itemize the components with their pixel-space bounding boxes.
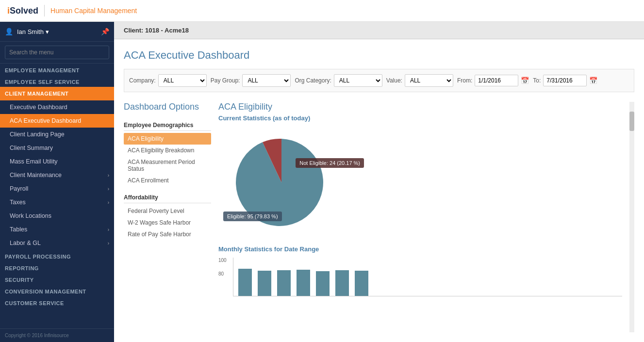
options-item-aca-enrollment[interactable]: ACA Enrollment — [124, 175, 211, 186]
sidebar-item-payroll[interactable]: Payroll› — [0, 182, 114, 195]
company-label: Company: — [129, 77, 156, 84]
sidebar-item-client-landing-page[interactable]: Client Landing Page — [0, 128, 114, 141]
options-panel: Dashboard Options Employee Demographics … — [124, 102, 211, 332]
bar-jun — [335, 270, 349, 296]
to-date-input[interactable] — [543, 75, 587, 86]
options-item-aca-eligibility[interactable]: ACA Eligibility — [124, 133, 211, 145]
org-category-label: Org Category: — [295, 77, 331, 84]
from-date-input[interactable] — [475, 75, 518, 86]
dashboard-body: Dashboard Options Employee Demographics … — [124, 102, 634, 332]
current-stats-label: Current Statistics (as of today) — [218, 114, 622, 122]
chevron-right-icon-2: › — [108, 186, 109, 192]
sidebar-section-payroll-processing[interactable]: PAYROLL PROCESSING — [0, 250, 114, 261]
value-label: Value: — [386, 77, 402, 84]
pie-chart-container: Eligible: 95 (79.83 %) Not Eligible: 24 … — [218, 129, 364, 236]
bar-feb — [258, 271, 271, 296]
chevron-right-icon-5: › — [108, 241, 109, 246]
org-category-filter-group: Org Category: ALL — [295, 74, 382, 87]
value-filter-group: Value: ALL — [386, 74, 453, 87]
bar-jan — [238, 269, 252, 296]
sidebar-item-mass-email-utility[interactable]: Mass Email Utility — [0, 155, 114, 168]
logo-divider — [44, 5, 45, 16]
from-filter-group: From: 📅 — [457, 75, 529, 86]
user-name: Ian Smith ▾ — [17, 28, 49, 35]
pay-group-select[interactable]: ALL — [242, 74, 291, 87]
bar-apr — [297, 270, 310, 296]
affordability-section: Affordability Federal Poverty Level W-2 … — [124, 192, 211, 240]
company-filter-group: Company: ALL — [129, 74, 207, 87]
content-area: ACA Executive Dashboard Company: ALL Pay… — [114, 39, 644, 342]
search-input[interactable] — [5, 46, 109, 59]
logo: iSolved — [7, 6, 38, 16]
pay-group-label: Pay Group: — [211, 77, 240, 84]
copyright: Copyright © 2016 Infinisource — [0, 328, 114, 342]
from-calendar-icon[interactable]: 📅 — [521, 77, 529, 84]
scrollbar[interactable] — [629, 102, 634, 332]
sidebar-section-employee-self-service[interactable]: EMPLOYEE SELF SERVICE — [0, 75, 114, 87]
app-name: Human Capital Management — [50, 7, 137, 15]
sidebar-item-taxes[interactable]: Taxes› — [0, 195, 114, 209]
user-bar[interactable]: 👤 Ian Smith ▾ 📌 — [0, 22, 114, 42]
logo-bar: iSolved Human Capital Management — [0, 0, 644, 22]
eligibility-panel: ACA Eligibility Current Statistics (as o… — [218, 102, 622, 332]
not-eligible-label: Not Eligible: 24 (20.17 %) — [296, 158, 364, 168]
page-title: ACA Executive Dashboard — [124, 49, 634, 62]
bar-may — [316, 271, 330, 296]
options-item-w2-wages[interactable]: W-2 Wages Safe Harbor — [124, 217, 211, 228]
user-avatar-icon: 👤 — [5, 28, 13, 35]
bar-chart: 100 80 — [233, 258, 622, 296]
y-label-100: 100 — [218, 258, 227, 263]
options-item-rate-of-pay[interactable]: Rate of Pay Safe Harbor — [124, 228, 211, 240]
layout: 👤 Ian Smith ▾ 📌 EMPLOYEE MANAGEMENT EMPL… — [0, 22, 644, 342]
options-panel-title: Dashboard Options — [124, 102, 211, 113]
employee-demographics-header: Employee Demographics — [124, 120, 211, 131]
from-label: From: — [457, 77, 472, 84]
chevron-right-icon-3: › — [108, 200, 109, 205]
pin-icon[interactable]: 📌 — [101, 28, 109, 35]
pay-group-filter-group: Pay Group: ALL — [211, 74, 291, 87]
options-item-aca-measurement-period[interactable]: ACA Measurement Period Status — [124, 156, 211, 175]
filter-bar: Company: ALL Pay Group: ALL Org Category… — [124, 69, 634, 92]
sidebar-item-client-maintenance[interactable]: Client Maintenance› — [0, 168, 114, 182]
chevron-right-icon-4: › — [108, 227, 109, 232]
options-item-aca-eligibility-breakdown[interactable]: ACA Eligibility Breakdown — [124, 145, 211, 156]
y-label-80: 80 — [218, 271, 224, 277]
to-calendar-icon[interactable]: 📅 — [589, 77, 597, 84]
logo-text-2: Solved — [10, 6, 38, 16]
to-filter-group: To: 📅 — [533, 75, 597, 86]
org-category-select[interactable]: ALL — [334, 74, 382, 87]
affordability-header: Affordability — [124, 192, 211, 203]
eligibility-title: ACA Eligibility — [218, 102, 622, 112]
value-select[interactable]: ALL — [405, 74, 453, 87]
bar-jul — [355, 271, 368, 296]
sidebar-section-conversion-management[interactable]: CONVERSION MANAGEMENT — [0, 285, 114, 296]
sidebar-item-work-locations[interactable]: Work Locations — [0, 209, 114, 223]
sidebar-item-aca-executive-dashboard[interactable]: ACA Executive Dashboard — [0, 114, 114, 128]
sidebar-item-executive-dashboard[interactable]: Executive Dashboard — [0, 100, 114, 114]
scrollbar-thumb[interactable] — [629, 112, 634, 131]
chevron-right-icon: › — [108, 173, 109, 178]
bar-chart-container: 100 80 — [218, 258, 622, 296]
sidebar-section-security[interactable]: SECURITY — [0, 273, 114, 285]
sidebar-section-employee-management[interactable]: EMPLOYEE MANAGEMENT — [0, 64, 114, 75]
to-label: To: — [533, 77, 541, 84]
bar-mar — [277, 270, 291, 296]
company-select[interactable]: ALL — [158, 74, 207, 87]
options-item-federal-poverty[interactable]: Federal Poverty Level — [124, 205, 211, 217]
sidebar-item-tables[interactable]: Tables› — [0, 223, 114, 236]
search-box — [0, 42, 114, 64]
sidebar-section-customer-service[interactable]: CUSTOMER SERVICE — [0, 296, 114, 308]
main-content: Client: 1018 - Acme18 ACA Executive Dash… — [114, 22, 644, 342]
sidebar: 👤 Ian Smith ▾ 📌 EMPLOYEE MANAGEMENT EMPL… — [0, 22, 114, 342]
client-bar: Client: 1018 - Acme18 — [114, 22, 644, 39]
sidebar-item-client-summary[interactable]: Client Summary — [0, 141, 114, 155]
sidebar-section-reporting[interactable]: REPORTING — [0, 261, 114, 273]
monthly-stats-title: Monthly Statistics for Date Range — [218, 245, 622, 253]
employee-demographics-section: Employee Demographics ACA Eligibility AC… — [124, 120, 211, 186]
eligible-label: Eligible: 95 (79.83 %) — [223, 212, 282, 221]
sidebar-section-client-management[interactable]: CLIENT MANAGEMENT — [0, 87, 114, 100]
sidebar-item-labor-gl[interactable]: Labor & GL› — [0, 236, 114, 250]
